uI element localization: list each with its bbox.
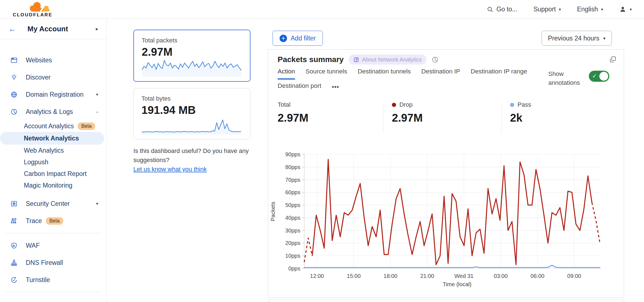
drop-legend-dot bbox=[392, 103, 396, 107]
total-packets-card[interactable]: Total packets 2.97M bbox=[133, 30, 250, 82]
bulb-icon bbox=[11, 74, 17, 81]
sidebar-item-label: Carbon Impact Report bbox=[24, 170, 87, 178]
language-menu[interactable]: English ▾ bbox=[577, 6, 603, 13]
chevron-right-icon[interactable]: ▸ bbox=[96, 26, 98, 32]
support-label: Support bbox=[533, 6, 556, 13]
sidebar-item-account-analytics[interactable]: Account AnalyticsBeta bbox=[0, 120, 107, 132]
svg-text:40pps: 40pps bbox=[285, 215, 301, 221]
svg-text:30pps: 30pps bbox=[285, 227, 301, 234]
back-arrow-icon[interactable]: ← bbox=[8, 25, 16, 33]
chevron-down-icon: ▾ bbox=[603, 36, 605, 41]
stat-value: 2.97M bbox=[392, 112, 423, 124]
svg-text:0pps: 0pps bbox=[288, 265, 300, 272]
sidebar-item-label: Discover bbox=[26, 74, 50, 81]
sidebar: ← My Account ▸ WebsitesDiscoverDomain Re… bbox=[0, 19, 107, 302]
sidebar-item-label: Trace bbox=[26, 217, 42, 225]
support-menu[interactable]: Support ▾ bbox=[533, 6, 561, 13]
dimension-tabs: ActionSource tunnelsDestination tunnelsD… bbox=[278, 68, 551, 94]
sidebar-item-label: Turnstile bbox=[26, 276, 50, 284]
check-icon: ✓ bbox=[592, 73, 597, 79]
sidebar-divider bbox=[5, 292, 102, 292]
panel-title: Packets summary bbox=[278, 55, 344, 64]
packets-sparkline bbox=[141, 59, 242, 77]
sidebar-item-dns-firewall[interactable]: DNS Firewall bbox=[0, 254, 107, 271]
account-title: My Account bbox=[27, 25, 68, 33]
tab-destination-tunnels[interactable]: Destination tunnels bbox=[358, 68, 411, 80]
sidebar-item-discover[interactable]: Discover bbox=[0, 69, 107, 86]
tabs-overflow-button[interactable]: ••• bbox=[332, 83, 339, 94]
sidebar-item-label: Network Analytics bbox=[24, 135, 79, 142]
svg-text:20pps: 20pps bbox=[285, 240, 301, 246]
about-network-analytics-badge[interactable]: About Network Analytics bbox=[349, 55, 427, 65]
svg-text:10pps: 10pps bbox=[285, 253, 301, 259]
spark-icon[interactable] bbox=[10, 298, 18, 302]
total-bytes-card[interactable]: Total bytes 191.94 MB bbox=[133, 88, 250, 139]
svg-text:50pps: 50pps bbox=[285, 202, 301, 208]
sidebar-item-waf[interactable]: WAF bbox=[0, 237, 107, 254]
shield-icon bbox=[11, 242, 17, 249]
svg-text:90pps: 90pps bbox=[285, 151, 301, 157]
pie-chart-icon[interactable] bbox=[432, 56, 438, 63]
sidebar-item-magic-monitoring[interactable]: Magic Monitoring bbox=[0, 180, 107, 191]
browser-icon bbox=[11, 57, 17, 64]
chevron-down-icon: ▾ bbox=[559, 7, 561, 12]
svg-text:80pps: 80pps bbox=[285, 164, 301, 170]
tab-source-tunnels[interactable]: Source tunnels bbox=[306, 68, 347, 80]
sidebar-item-websites[interactable]: Websites bbox=[0, 52, 107, 69]
show-annotations-toggle[interactable]: ✓ bbox=[589, 71, 609, 82]
sidebar-item-security-center[interactable]: Security Center▾ bbox=[0, 195, 107, 212]
sidebar-item-label: Account Analytics bbox=[24, 122, 74, 130]
total-bytes-label: Total bytes bbox=[141, 95, 171, 102]
chevron-down-icon: ▾ bbox=[96, 92, 98, 97]
account-menu[interactable]: ▾ bbox=[619, 6, 632, 13]
dns-icon bbox=[11, 259, 17, 266]
stat-value: 2k bbox=[510, 112, 531, 124]
sidebar-item-domain-registration[interactable]: Domain Registration▾ bbox=[0, 86, 107, 103]
book-icon bbox=[353, 57, 359, 63]
sidebar-item-analytics-logs[interactable]: Analytics & Logs▴ bbox=[0, 103, 107, 120]
sidebar-item-label: Logpush bbox=[24, 158, 48, 166]
stat-drop: Drop2.97M bbox=[392, 101, 423, 124]
sidebar-item-label: Web Analytics bbox=[24, 147, 64, 154]
svg-text:60pps: 60pps bbox=[285, 189, 301, 195]
sidebar-item-network-analytics[interactable]: Network Analytics bbox=[0, 132, 104, 145]
plus-icon: + bbox=[280, 35, 287, 42]
feedback-link[interactable]: Let us know what you think bbox=[133, 166, 207, 173]
time-range-dropdown[interactable]: Previous 24 hours ▾ bbox=[542, 31, 612, 46]
add-filter-button[interactable]: + Add filter bbox=[273, 31, 323, 46]
goto-label: Go to... bbox=[496, 6, 517, 13]
user-icon bbox=[619, 6, 627, 13]
pie-icon bbox=[11, 108, 17, 115]
sidebar-item-carbon-impact-report[interactable]: Carbon Impact Report bbox=[0, 168, 107, 180]
safe-icon bbox=[11, 200, 17, 207]
sidebar-item-logpush[interactable]: Logpush bbox=[0, 156, 107, 168]
tab-destination-ip-range[interactable]: Destination IP range bbox=[471, 68, 527, 80]
top-header: CLOUDFLARE Go to... Support ▾ English ▾ … bbox=[0, 0, 644, 19]
chevron-down-icon: ▾ bbox=[96, 201, 98, 206]
cloudflare-logo[interactable]: CLOUDFLARE bbox=[8, 0, 58, 19]
svg-text:09:00: 09:00 bbox=[567, 273, 581, 279]
tab-action[interactable]: Action bbox=[278, 68, 295, 80]
total-packets-value: 2.97M bbox=[142, 46, 173, 58]
total-packets-label: Total packets bbox=[142, 37, 177, 44]
stat-divider bbox=[383, 103, 383, 133]
goto-search[interactable]: Go to... bbox=[487, 6, 517, 13]
packets-summary-panel: Packets summary About Network Analytics … bbox=[268, 49, 624, 298]
svg-text:18:00: 18:00 bbox=[384, 273, 397, 279]
sidebar-item-trace[interactable]: TraceBeta bbox=[0, 212, 107, 229]
svg-text:03:00: 03:00 bbox=[494, 273, 508, 279]
packets-time-series-chart: 0pps10pps20pps30pps40pps50pps60pps70pps8… bbox=[268, 147, 624, 298]
tab-destination-ip[interactable]: Destination IP bbox=[421, 68, 460, 80]
language-label: English bbox=[577, 6, 598, 13]
expand-panel-icon[interactable] bbox=[609, 56, 617, 63]
cloudflare-cloud-icon bbox=[27, 1, 54, 12]
account-header: ← My Account ▸ bbox=[0, 19, 107, 39]
sidebar-item-turnstile[interactable]: Turnstile bbox=[0, 271, 107, 288]
sidebar-item-label: Domain Registration bbox=[26, 91, 83, 98]
tab-destination-port[interactable]: Destination port bbox=[278, 82, 321, 94]
stat-pass: Pass2k bbox=[510, 101, 531, 124]
svg-text:12:00: 12:00 bbox=[310, 273, 324, 279]
stat-label: Drop bbox=[399, 101, 413, 108]
sidebar-item-web-analytics[interactable]: Web Analytics bbox=[0, 145, 107, 156]
sidebar-item-label: Magic Monitoring bbox=[24, 182, 72, 189]
